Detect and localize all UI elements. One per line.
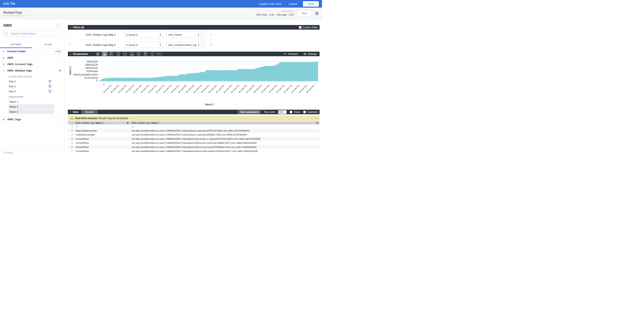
sidebar-item-custom-fields[interactable]: ▶ Custom Fields + Add	[0, 48, 64, 54]
custom-filter-checkbox[interactable]	[299, 26, 302, 28]
row-limit-input[interactable]	[278, 110, 286, 114]
chart-bar	[247, 69, 248, 81]
cell-value-3[interactable]: arn:aws:cloudformation:us-east-2:4486402…	[130, 145, 320, 149]
pie-chart-icon[interactable]	[135, 52, 142, 56]
chart-bar	[184, 74, 184, 81]
cell-value-3[interactable]: arn:aws:cloudformation:us-east-2:4486402…	[130, 141, 320, 145]
filter-operator-select[interactable]: is equal to	[124, 32, 163, 38]
field-key-2[interactable]: Key 2	[0, 84, 64, 89]
search-input[interactable]	[10, 32, 59, 36]
filters-section-header[interactable]: ▼ Filters (3) Custom Filter	[68, 25, 320, 30]
bar-chart-icon[interactable]	[108, 52, 115, 56]
cancel-button[interactable]: Cancel	[288, 2, 297, 6]
area-chart-icon[interactable]	[128, 52, 135, 56]
subtotals-label: Subtotals	[307, 111, 318, 114]
sidebar-item-aws-tags[interactable]: ▶ AWS: Tags	[0, 116, 64, 122]
cell-value-2[interactable]: ControlPlane	[74, 149, 130, 153]
filter-icon[interactable]	[48, 79, 52, 84]
filter-icon[interactable]	[48, 89, 52, 94]
chart-bar	[239, 69, 240, 81]
cell-value-2[interactable]: ControlPlane	[74, 141, 130, 145]
gear-icon[interactable]	[316, 122, 318, 124]
field-key-1[interactable]: Key 1	[0, 79, 64, 84]
tab-results[interactable]: Results	[82, 110, 98, 114]
field-value-3[interactable]: Value 3	[8, 109, 54, 114]
chart-bar	[120, 78, 121, 81]
forecast-button[interactable]: Forecast	[284, 52, 298, 56]
clear-value-icon[interactable]: ×	[200, 32, 205, 38]
chart-bar	[296, 62, 296, 81]
totals-checkbox[interactable]	[290, 111, 292, 113]
line-chart-icon[interactable]	[122, 52, 128, 56]
cell-value-2[interactable]: CodeHashLambda	[74, 133, 130, 137]
cell-value-2[interactable]: AppLambdaFunction	[74, 129, 130, 133]
explore-from-here-button[interactable]: Explore from Here	[260, 2, 282, 6]
remove-filter-icon[interactable]: ×	[210, 43, 212, 47]
field-search[interactable]	[3, 30, 61, 36]
custom-filter-toggle[interactable]: Custom Filter	[299, 26, 320, 29]
viz-settings-button[interactable]: Settings	[304, 52, 317, 56]
caret-down-icon[interactable]: ▼	[70, 53, 71, 55]
chart-bar	[101, 80, 102, 81]
close-icon[interactable]: ×	[316, 117, 317, 120]
totals-toggle[interactable]: Totals	[290, 111, 300, 114]
run-button[interactable]: Run	[298, 10, 312, 16]
sidebar-item-aws-account-tags[interactable]: ▶ AWS: Account Tags	[0, 61, 64, 67]
expand-filter-chevron-icon[interactable]	[69, 44, 71, 45]
column-chart-icon[interactable]	[101, 52, 108, 56]
collapse-sidebar-button[interactable]	[56, 23, 61, 28]
table-row: 4ControlPlanearn:aws:cloudformation:us-e…	[68, 137, 320, 141]
cell-value-2[interactable]: ControlPlane	[74, 137, 130, 141]
chart-bar	[280, 62, 281, 81]
sidebar-item-aws[interactable]: ▶ AWS	[0, 54, 64, 61]
cell-value-3[interactable]: arn:aws:cloudformation:us-east-2:4486402…	[130, 129, 320, 133]
field-key-3[interactable]: Key 3	[0, 89, 64, 94]
y-tick-label: Ec2Instance	[85, 76, 98, 79]
gear-icon[interactable]	[315, 11, 319, 16]
filter-icon[interactable]	[48, 84, 52, 88]
filter-row-2: AWS: Multiple Tags Key 2 is equal to aws…	[68, 40, 320, 50]
row-limit-label: Row Limit	[264, 111, 275, 114]
field-value-1[interactable]: Value 1	[8, 99, 54, 104]
tab-in-use[interactable]: In Use	[32, 41, 64, 48]
single-value-icon[interactable]: 6	[149, 52, 156, 56]
table-chart-icon[interactable]	[94, 52, 101, 56]
chart-bar	[133, 78, 134, 81]
cell-value-3[interactable]: ∅	[130, 124, 320, 129]
caret-down-icon[interactable]: ▼	[70, 26, 71, 28]
cell-value-3[interactable]: arn:aws:cloudformation:us-east-1:4486402…	[130, 137, 320, 141]
tab-all-fields[interactable]: All Fields	[0, 41, 32, 48]
cell-value-3[interactable]: arn:aws:cloudformation:us-east-2:4486402…	[130, 149, 320, 153]
sidebar-item-aws-multiple-tags[interactable]: ▼ AWS: Multiple Tags 5	[0, 67, 64, 74]
remove-filter-icon[interactable]: ×	[210, 33, 212, 36]
cell-value-2[interactable]: ControlPlane	[74, 145, 130, 149]
filter-value-select[interactable]: user_Name ×	[166, 32, 206, 38]
scatter-chart-icon[interactable]	[115, 52, 122, 56]
row-number: 5	[68, 141, 74, 145]
query-title[interactable]: MultipleTags	[3, 10, 25, 16]
chart-bar	[176, 76, 177, 81]
clear-value-icon[interactable]: ×	[200, 42, 205, 48]
column-header-value-2[interactable]: AWS: Multiple Tags Value 2 ↑	[74, 121, 130, 124]
chart-bar	[241, 69, 242, 81]
add-custom-field-button[interactable]: + Add	[54, 50, 61, 53]
time-zone-dropdown[interactable]: Time Zone	[281, 10, 294, 12]
chart-bar	[198, 73, 198, 81]
add-calculation-button[interactable]: Add calculation	[238, 110, 261, 114]
map-chart-icon[interactable]	[142, 52, 149, 56]
field-value-2[interactable]: Value 2	[8, 104, 54, 109]
chart-bar	[200, 72, 201, 81]
filter-operator-select[interactable]: is equal to	[124, 42, 163, 48]
chart-bar	[298, 62, 299, 81]
save-button[interactable]: Save	[303, 1, 319, 6]
filter-value-select[interactable]: aws_cloudformation_logical_id ×	[166, 42, 206, 48]
more-chart-types-icon[interactable]	[156, 52, 162, 56]
caret-down-icon[interactable]: ▼	[70, 111, 71, 113]
cell-value-2[interactable]: ∅	[74, 124, 130, 129]
gear-icon[interactable]	[126, 122, 129, 124]
column-header-value-3[interactable]: AWS: Multiple Tags Value 3	[130, 121, 320, 124]
subtotals-toggle[interactable]: Subtotals	[304, 111, 318, 114]
chart-bar	[155, 77, 156, 81]
cell-value-3[interactable]: arn:aws:cloudformation:us-east-1:4486402…	[130, 133, 320, 137]
subtotals-checkbox[interactable]	[304, 111, 306, 113]
